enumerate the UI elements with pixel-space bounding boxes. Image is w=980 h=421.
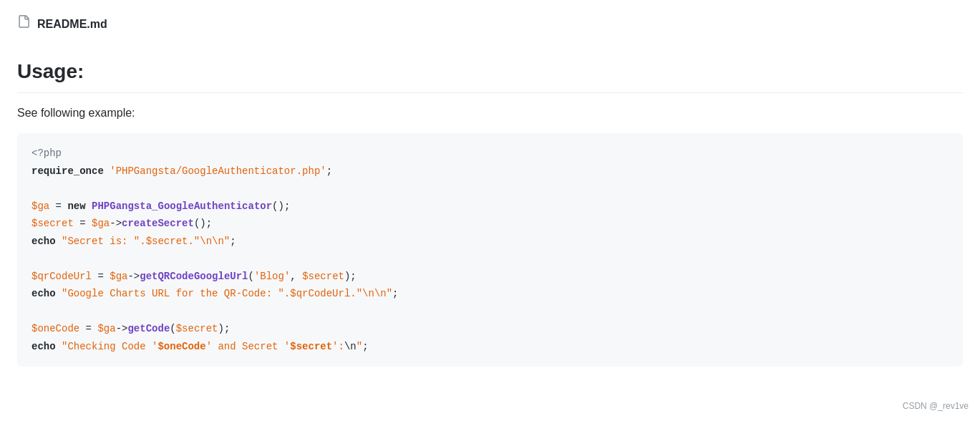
file-header: README.md: [17, 14, 963, 39]
code-line: echo "Secret is: ".$secret."\n\n";: [31, 233, 949, 251]
code-line: $qrCodeUrl = $ga->getQRCodeGoogleUrl('Bl…: [31, 268, 949, 286]
code-line: [31, 180, 949, 198]
code-line: [31, 250, 949, 268]
code-line: require_once 'PHPGangsta/GoogleAuthentic…: [31, 163, 949, 180]
code-block: <?phprequire_once 'PHPGangsta/GoogleAuth…: [17, 133, 963, 367]
file-icon: [17, 14, 30, 34]
code-line: echo "Google Charts URL for the QR-Code:…: [31, 285, 949, 303]
watermark: CSDN @_rev1ve: [903, 400, 969, 412]
code-line: $oneCode = $ga->getCode($secret);: [31, 320, 949, 338]
code-line: [31, 303, 949, 321]
code-line: echo "Checking Code '$oneCode' and Secre…: [31, 338, 949, 356]
code-line: $secret = $ga->createSecret();: [31, 215, 949, 233]
description: See following example:: [17, 105, 963, 122]
code-line: $ga = new PHPGangsta_GoogleAuthenticator…: [31, 198, 949, 216]
file-name: README.md: [37, 16, 107, 33]
usage-heading: Usage:: [17, 57, 963, 93]
code-line: <?php: [31, 145, 949, 163]
